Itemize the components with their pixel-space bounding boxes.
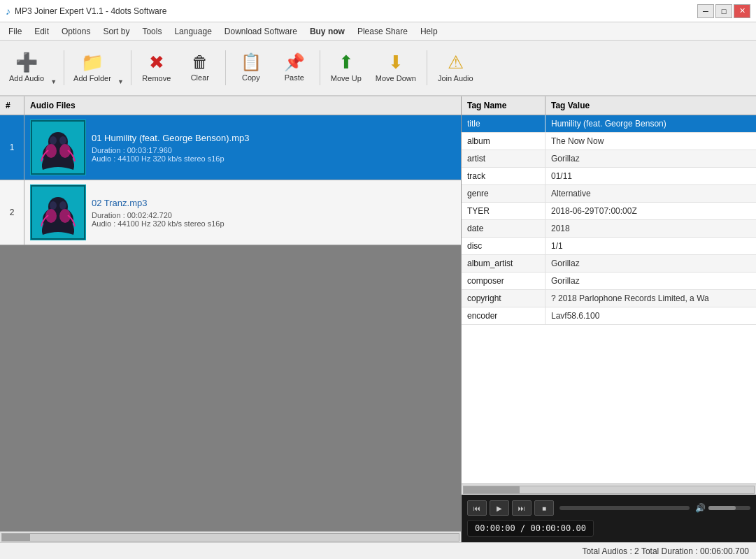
svg-point-6 <box>45 144 57 158</box>
copy-button[interactable]: 📋 Copy <box>230 44 272 92</box>
player-play-button[interactable]: ▶ <box>490 500 509 516</box>
menu-options[interactable]: Options <box>56 24 96 38</box>
svg-point-16 <box>59 209 71 223</box>
tag-value: Gorillaz <box>545 273 756 289</box>
clear-button[interactable]: 🗑 Clear <box>179 44 221 92</box>
h-scrollbar-track[interactable] <box>1 533 459 542</box>
col-name-header: Audio Files <box>24 96 461 115</box>
add-folder-label: Add Folder <box>73 74 111 82</box>
move-up-label: Move Up <box>331 74 362 82</box>
move-down-label: Move Down <box>376 74 416 82</box>
tag-name: genre <box>462 185 545 202</box>
separator-4 <box>320 50 320 85</box>
file-row[interactable]: 2 02 Tranz.mp3Duration : 00:02:42.720Aud… <box>0 180 461 245</box>
h-scrollbar-thumb[interactable] <box>2 534 30 541</box>
toolbar: ➕ Add Audio ▼ 📁 Add Folder ▼ ✖ Remove 🗑 … <box>0 41 756 96</box>
tag-value: 1/1 <box>545 238 756 254</box>
tag-row[interactable]: encoderLavf58.6.100 <box>462 307 756 325</box>
tag-row[interactable]: albumThe Now Now <box>462 133 756 150</box>
separator-5 <box>427 50 427 85</box>
menu-download[interactable]: Download Software <box>219 24 303 38</box>
remove-icon: ✖ <box>149 53 164 71</box>
tag-name: album <box>462 133 545 150</box>
file-audio-info: Audio : 44100 Hz 320 kb/s stereo s16p <box>92 219 455 228</box>
file-row[interactable]: 1 01 Humility (feat. George Benson).mp3D… <box>0 115 461 180</box>
menu-buynow[interactable]: Buy now <box>304 24 350 38</box>
player-pane: ⏮ ▶ ⏭ ■ 🔊 00:00:00 / 00:00:00.00 <box>462 495 756 542</box>
tag-value: ? 2018 Parlophone Records Limited, a Wa <box>545 290 756 307</box>
main-content: # Audio Files 1 01 Humility (feat. Georg… <box>0 96 756 542</box>
add-folder-icon: 📁 <box>81 53 104 71</box>
menu-file[interactable]: File <box>3 24 27 38</box>
tag-row[interactable]: disc1/1 <box>462 238 756 255</box>
tag-name: track <box>462 168 545 184</box>
col-tagval-header: Tag Value <box>545 96 756 115</box>
status-bar: Total Audios : 2 Total Duration : 00:06:… <box>0 542 756 559</box>
add-folder-button[interactable]: 📁 Add Folder <box>69 44 116 92</box>
tag-h-scrollbar-thumb[interactable] <box>464 486 520 493</box>
file-audio-info: Audio : 44100 Hz 320 kb/s stereo s16p <box>92 154 455 163</box>
tag-h-scrollbar-track[interactable] <box>463 486 755 494</box>
menu-pleaseshare[interactable]: Please Share <box>352 24 413 38</box>
title-bar-controls: ─ □ ✕ <box>697 4 750 18</box>
tag-row[interactable]: artistGorillaz <box>462 150 756 168</box>
move-up-icon: ⬆ <box>338 53 354 71</box>
tag-row[interactable]: copyright? 2018 Parlophone Records Limit… <box>462 290 756 307</box>
file-list-body[interactable]: 1 01 Humility (feat. George Benson).mp3D… <box>0 115 461 531</box>
tag-value: Alternative <box>545 185 756 202</box>
paste-label: Paste <box>285 73 304 82</box>
separator-3 <box>225 50 226 85</box>
player-rewind-button[interactable]: ⏮ <box>467 500 487 516</box>
tag-value: Lavf58.6.100 <box>545 307 756 324</box>
tag-row[interactable]: genreAlternative <box>462 185 756 203</box>
file-row-num: 2 <box>0 180 24 245</box>
remove-button[interactable]: ✖ Remove <box>136 44 178 92</box>
add-audio-icon: ➕ <box>15 53 38 71</box>
add-audio-group: ➕ Add Audio ▼ <box>4 44 59 92</box>
tag-row[interactable]: TYER2018-06-29T07:00:00Z <box>462 203 756 220</box>
clear-label: Clear <box>191 73 209 82</box>
file-list-scrollbar[interactable] <box>0 531 461 542</box>
tag-value: Humility (feat. George Benson) <box>545 115 756 132</box>
add-audio-dropdown[interactable]: ▼ <box>49 44 59 92</box>
menu-bar: File Edit Options Sort by Tools Language… <box>0 22 756 41</box>
svg-point-13 <box>50 201 57 210</box>
player-progress-bar[interactable] <box>559 506 690 510</box>
paste-button[interactable]: 📌 Paste <box>273 44 315 92</box>
tag-value: The Now Now <box>545 133 756 150</box>
tag-value: 2018 <box>545 220 756 237</box>
join-audio-button[interactable]: ⚠ Join Audio <box>432 44 480 92</box>
paste-icon: 📌 <box>284 54 305 71</box>
add-audio-button[interactable]: ➕ Add Audio <box>4 44 49 92</box>
tag-row[interactable]: titleHumility (feat. George Benson) <box>462 115 756 133</box>
move-up-button[interactable]: ⬆ Move Up <box>324 44 368 92</box>
file-row-content: 01 Humility (feat. George Benson).mp3Dur… <box>24 115 461 180</box>
maximize-button[interactable]: □ <box>715 4 732 18</box>
file-thumbnail <box>30 184 86 240</box>
tag-row[interactable]: album_artistGorillaz <box>462 255 756 273</box>
svg-point-15 <box>45 209 57 223</box>
add-folder-group: 📁 Add Folder ▼ <box>69 44 127 92</box>
tag-row[interactable]: track01/11 <box>462 168 756 185</box>
move-down-button[interactable]: ⬇ Move Down <box>369 44 422 92</box>
menu-edit[interactable]: Edit <box>29 24 55 38</box>
player-forward-button[interactable]: ⏭ <box>512 500 532 516</box>
add-folder-dropdown[interactable]: ▼ <box>116 44 127 92</box>
file-name: 01 Humility (feat. George Benson).mp3 <box>92 133 455 143</box>
player-volume: 🔊 <box>695 503 750 513</box>
file-info: 02 Tranz.mp3Duration : 00:02:42.720Audio… <box>92 198 455 228</box>
tag-name: date <box>462 220 545 237</box>
menu-tools[interactable]: Tools <box>136 24 167 38</box>
remove-label: Remove <box>142 74 171 82</box>
tag-row[interactable]: composerGorillaz <box>462 273 756 290</box>
volume-bar[interactable] <box>708 506 750 510</box>
menu-sortby[interactable]: Sort by <box>97 24 135 38</box>
player-stop-button[interactable]: ■ <box>534 500 554 516</box>
menu-help[interactable]: Help <box>415 24 443 38</box>
close-button[interactable]: ✕ <box>734 4 750 18</box>
minimize-button[interactable]: ─ <box>697 4 714 18</box>
tag-row[interactable]: date2018 <box>462 220 756 238</box>
tag-name: TYER <box>462 203 545 219</box>
menu-language[interactable]: Language <box>169 24 217 38</box>
tag-scrollbar[interactable] <box>462 484 756 495</box>
